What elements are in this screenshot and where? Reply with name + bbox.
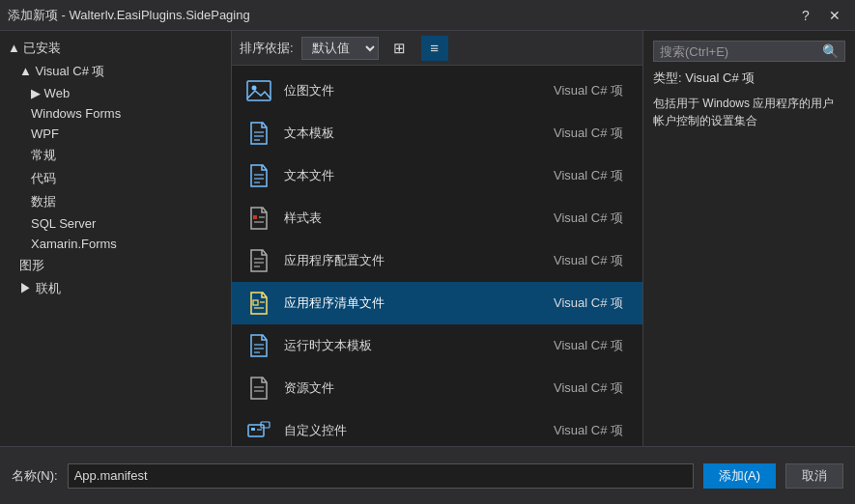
item-row-app-config[interactable]: 应用程序配置文件Visual C# 项 <box>232 239 642 282</box>
list-view-button[interactable]: ≡ <box>421 36 448 61</box>
toolbar: 排序依据: 默认值名称类型 ⊞ ≡ <box>232 31 642 66</box>
item-type-app-config: Visual C# 项 <box>554 252 631 269</box>
window-controls: ? ✕ <box>793 6 847 25</box>
item-icon-app-config <box>243 245 274 276</box>
search-icon: 🔍 <box>822 43 839 59</box>
item-icon-text-template <box>243 118 274 149</box>
item-row-resource-file[interactable]: 资源文件Visual C# 项 <box>232 367 642 409</box>
svg-rect-0 <box>247 81 271 100</box>
item-name-app-manifest: 应用程序清单文件 <box>284 294 544 312</box>
item-row-custom-control[interactable]: 自定义控件Visual C# 项 <box>232 409 642 446</box>
sidebar-item-regular[interactable]: 常规 <box>0 144 231 167</box>
item-icon-stylesheet <box>243 203 274 234</box>
item-row-runtime-template[interactable]: 运行时文本模板Visual C# 项 <box>232 324 642 367</box>
item-type-bitmap: Visual C# 项 <box>554 82 631 99</box>
item-row-text-file[interactable]: 文本文件Visual C# 项 <box>232 154 642 197</box>
sidebar-item-code[interactable]: 代码 <box>0 167 231 190</box>
sidebar-item-windows-forms[interactable]: Windows Forms <box>0 103 231 124</box>
svg-rect-14 <box>253 300 258 305</box>
info-type-label: 类型: Visual C# 项 <box>653 70 845 87</box>
installed-label: ▲ 已安装 <box>8 40 61 57</box>
sidebar-item-web[interactable]: ▶ Web <box>0 83 231 103</box>
item-type-app-manifest: Visual C# 项 <box>554 294 631 312</box>
item-row-bitmap[interactable]: 位图文件Visual C# 项 <box>232 70 642 112</box>
sort-label: 排序依据: <box>240 40 294 57</box>
svg-rect-23 <box>251 428 255 431</box>
info-description: 包括用于 Windows 应用程序的用户帐户控制的设置集合 <box>653 95 845 129</box>
sidebar-item-data[interactable]: 数据 <box>0 190 231 213</box>
item-icon-text-file <box>243 160 274 191</box>
window-title: 添加新项 - Walterlv.EasiPlugins.SidePaging <box>8 7 250 24</box>
add-button[interactable]: 添加(A) <box>703 463 776 489</box>
type-value: Visual C# 项 <box>685 70 755 85</box>
item-type-runtime-template: Visual C# 项 <box>554 337 631 354</box>
installed-header[interactable]: ▲ 已安装 <box>0 37 231 60</box>
sidebar-item-online[interactable]: ▶ 联机 <box>0 277 231 300</box>
item-name-text-template: 文本模板 <box>284 125 544 142</box>
item-type-stylesheet: Visual C# 项 <box>554 210 631 227</box>
close-button[interactable]: ✕ <box>822 6 847 25</box>
type-prefix: 类型: <box>653 70 682 85</box>
item-icon-bitmap <box>243 75 274 106</box>
right-panel: 🔍 类型: Visual C# 项 包括用于 Windows 应用程序的用户帐户… <box>642 31 855 446</box>
item-row-app-manifest[interactable]: 应用程序清单文件Visual C# 项 <box>232 282 642 324</box>
item-row-stylesheet[interactable]: 样式表Visual C# 项 <box>232 197 642 239</box>
item-name-custom-control: 自定义控件 <box>284 422 544 439</box>
sidebar-item-sql-server[interactable]: SQL Server <box>0 213 231 234</box>
help-button[interactable]: ? <box>793 6 818 25</box>
top-section: ▲ 已安装 ▲ Visual C# 项▶ WebWindows FormsWPF… <box>0 31 855 446</box>
title-bar: 添加新项 - Walterlv.EasiPlugins.SidePaging ?… <box>0 0 855 31</box>
item-name-app-config: 应用程序配置文件 <box>284 252 544 269</box>
sidebar-item-xamarin-forms[interactable]: Xamarin.Forms <box>0 234 231 254</box>
search-input[interactable] <box>660 44 818 59</box>
item-name-resource-file: 资源文件 <box>284 379 544 397</box>
item-type-resource-file: Visual C# 项 <box>554 379 631 397</box>
svg-point-1 <box>252 86 257 91</box>
sidebar-item-wpf[interactable]: WPF <box>0 124 231 144</box>
item-icon-custom-control <box>243 415 274 446</box>
item-name-stylesheet: 样式表 <box>284 210 544 227</box>
sort-select[interactable]: 默认值名称类型 <box>301 37 379 60</box>
items-list: 位图文件Visual C# 项文本模板Visual C# 项文本文件Visual… <box>232 66 642 446</box>
search-box[interactable]: 🔍 <box>653 41 845 62</box>
svg-rect-22 <box>248 425 264 436</box>
sidebar: ▲ 已安装 ▲ Visual C# 项▶ WebWindows FormsWPF… <box>0 31 232 446</box>
sidebar-item-graphics[interactable]: 图形 <box>0 254 231 277</box>
filename-input[interactable] <box>68 463 694 489</box>
bottom-section: 名称(N): 添加(A) 取消 <box>0 446 855 504</box>
item-type-text-template: Visual C# 项 <box>554 125 631 142</box>
name-label: 名称(N): <box>12 467 58 485</box>
item-icon-resource-file <box>243 373 274 404</box>
middle-panel: 排序依据: 默认值名称类型 ⊞ ≡ 位图文件Visual C# 项文本模板Vis… <box>232 31 642 446</box>
cancel-button[interactable]: 取消 <box>785 463 843 489</box>
svg-rect-8 <box>253 215 257 219</box>
item-row-text-template[interactable]: 文本模板Visual C# 项 <box>232 112 642 154</box>
item-name-bitmap: 位图文件 <box>284 82 544 99</box>
item-icon-runtime-template <box>243 330 274 361</box>
item-name-text-file: 文本文件 <box>284 167 544 184</box>
main-content: ▲ 已安装 ▲ Visual C# 项▶ WebWindows FormsWPF… <box>0 31 855 504</box>
sidebar-item-visual-csharp[interactable]: ▲ Visual C# 项 <box>0 60 231 83</box>
item-name-runtime-template: 运行时文本模板 <box>284 337 544 354</box>
item-icon-app-manifest <box>243 288 274 319</box>
item-type-text-file: Visual C# 项 <box>554 167 631 184</box>
item-type-custom-control: Visual C# 项 <box>554 422 631 439</box>
grid-view-button[interactable]: ⊞ <box>386 36 413 61</box>
